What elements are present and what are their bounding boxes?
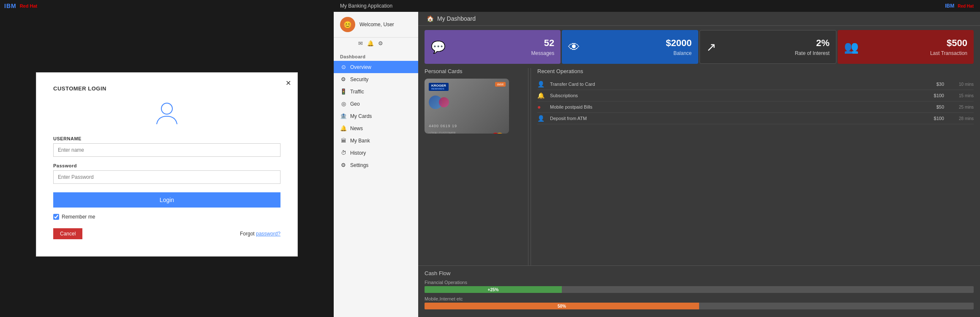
history-icon: ⏱ <box>340 150 347 156</box>
transaction-card-content: $500 Last Transaction <box>930 38 967 56</box>
cashflow-title: Cash Flow <box>425 270 974 276</box>
messages-card: 💬 52 Messages <box>425 30 561 64</box>
forgot-prefix: Forgot <box>240 231 256 237</box>
sidebar-settings-label: Settings <box>350 162 368 168</box>
sidebar-item-overview[interactable]: ⊙ Overview <box>334 61 418 73</box>
card-bottom: LOYAL CUSTOMER VISA <box>429 131 505 134</box>
op-time-2: 15 mins <box>948 93 974 98</box>
remember-row: Remember me <box>53 214 280 220</box>
dashboard-sections: Personal Cards KROGER REWARDS debit <box>418 68 980 265</box>
sidebar-item-news[interactable]: 🔔 News <box>334 122 418 134</box>
sidebar-item-mycards[interactable]: 🏦 My Cards <box>334 110 418 122</box>
op-icon-4: 👤 <box>537 115 546 122</box>
remember-label: Remember me <box>62 214 95 220</box>
op-icon-1: 👤 <box>537 81 546 87</box>
loyal-customer: LOYAL CUSTOMER <box>429 131 456 134</box>
financial-ops-bar-bg: +25% <box>425 286 974 293</box>
ibm-logo-left: IBM <box>4 3 16 9</box>
financial-ops-bar: +25% <box>425 286 562 293</box>
left-header: IBM Red Hat <box>0 0 334 12</box>
app-header-title: My Banking Application <box>340 3 392 9</box>
rate-icon: ↗ <box>706 40 716 54</box>
messages-card-content: 52 Messages <box>531 38 555 56</box>
op-desc-3: Mobile postpaid Bills <box>550 104 919 109</box>
rate-label: Rate of Interest <box>795 50 830 56</box>
login-box: CUSTOMER LOGIN ✕ USERNAME Password Login… <box>36 72 298 257</box>
personal-cards-title: Personal Cards <box>425 68 520 74</box>
overview-icon: ⊙ <box>340 64 347 70</box>
security-icon: ⚙ <box>340 76 347 82</box>
rate-card-content: 2% Rate of Interest <box>795 38 830 56</box>
sidebar-item-history[interactable]: ⏱ History <box>334 147 418 159</box>
op-row-3: ● Mobile postpaid Bills $50 25 mins <box>537 101 974 113</box>
financial-ops-item: Financial Operations +25% <box>425 280 974 293</box>
password-input[interactable] <box>53 170 280 184</box>
user-section: 😊 Welcome, User <box>334 12 418 38</box>
avatar-icon <box>154 100 180 126</box>
op-desc-2: Subscriptions <box>550 93 919 98</box>
settings-icon[interactable]: ⚙ <box>378 40 383 46</box>
forgot-link[interactable]: password? <box>256 231 280 237</box>
main-header-title: My Dashboard <box>437 15 476 22</box>
op-row-2: 🔔 Subscriptions $100 15 mins <box>537 90 974 101</box>
bank-card: KROGER REWARDS debit 4400 0619 19 <box>425 79 509 134</box>
op-amount-2: $100 <box>923 93 944 98</box>
cashflow-section: Cash Flow Financial Operations +25% Mobi… <box>418 265 980 317</box>
nav-section-label: Dashboard <box>334 51 418 61</box>
debit-badge: debit <box>495 82 506 87</box>
op-row-1: 👤 Transfer Card to Card $30 10 mins <box>537 79 974 90</box>
card-number-display: 4400 0619 19 <box>429 124 505 128</box>
op-time-1: 10 mins <box>948 82 974 87</box>
password-label: Password <box>53 163 280 168</box>
mobile-ops-label: Mobile,Internet etc <box>425 296 974 301</box>
user-name: Welcome, User <box>359 22 394 27</box>
rate-card: ↗ 2% Rate of Interest <box>700 30 836 64</box>
op-icon-2: 🔔 <box>537 92 546 99</box>
username-label: USERNAME <box>53 136 280 141</box>
remember-checkbox[interactable] <box>53 214 59 220</box>
ibm-logo-right: IBM <box>945 3 954 9</box>
messages-label: Messages <box>531 50 555 56</box>
sidebar-item-traffic[interactable]: 🚦 Traffic <box>334 85 418 98</box>
password-group: Password <box>53 163 280 184</box>
username-input[interactable] <box>53 143 280 157</box>
redhat-logo-right: Red Hat <box>958 4 974 8</box>
op-time-4: 28 mins <box>948 116 974 121</box>
messages-icon: 💬 <box>431 40 446 54</box>
sidebar-mybank-label: My Bank <box>350 138 370 144</box>
bell-icon[interactable]: 🔔 <box>367 40 374 46</box>
mycards-icon: 🏦 <box>340 113 347 119</box>
login-title: CUSTOMER LOGIN <box>53 85 280 92</box>
op-amount-3: $50 <box>923 104 944 109</box>
redhat-logo-left: Red Hat <box>20 3 38 8</box>
login-button[interactable]: Login <box>53 192 280 208</box>
recent-ops-title: Recent Operations <box>537 68 974 74</box>
sidebar-item-geo[interactable]: ◎ Geo <box>334 98 418 110</box>
envelope-icon[interactable]: ✉ <box>358 40 363 46</box>
avatar: 😊 <box>340 17 355 32</box>
op-amount-4: $100 <box>923 116 944 121</box>
app-body: 😊 Welcome, User ✉ 🔔 ⚙ Dashboard ⊙ Overvi… <box>334 12 980 317</box>
left-panel: IBM Red Hat CUSTOMER LOGIN ✕ USERNAME Pa… <box>0 0 334 317</box>
balance-card-content: $2000 Balance <box>666 38 691 56</box>
username-group: USERNAME <box>53 136 280 157</box>
avatar-area <box>53 100 280 126</box>
mobile-ops-item: Mobile,Internet etc 50% <box>425 296 974 309</box>
financial-ops-value: +25% <box>488 287 499 292</box>
sidebar-item-security[interactable]: ⚙ Security <box>334 73 418 85</box>
messages-value: 52 <box>531 38 555 49</box>
mybank-icon: 🏛 <box>340 137 347 144</box>
mobile-ops-value: 50% <box>558 304 566 309</box>
mobile-ops-bar-bg: 50% <box>425 303 974 309</box>
sidebar-item-mybank[interactable]: 🏛 My Bank <box>334 134 418 147</box>
header-logos: IBM Red Hat <box>945 3 974 9</box>
geo-icon: ◎ <box>340 101 347 107</box>
balance-label: Balance <box>666 50 691 56</box>
close-button[interactable]: ✕ <box>286 79 291 87</box>
sidebar-item-settings[interactable]: ⚙ Settings <box>334 159 418 171</box>
user-icons: ✉ 🔔 ⚙ <box>334 38 418 51</box>
cancel-button[interactable]: Cancel <box>53 228 82 239</box>
section-divider <box>528 68 528 265</box>
recent-ops-section: Recent Operations 👤 Transfer Card to Car… <box>531 68 974 265</box>
financial-ops-label: Financial Operations <box>425 280 974 285</box>
